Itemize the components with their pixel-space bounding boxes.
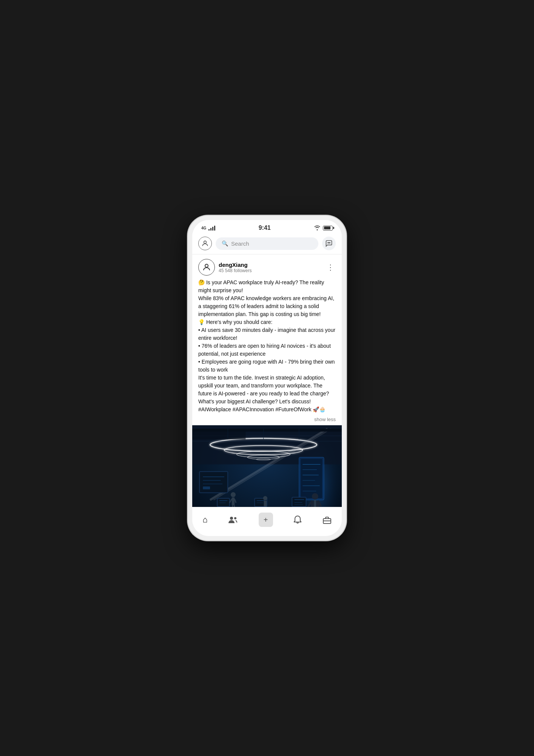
home-icon: ⌂ [202,515,207,525]
svg-rect-25 [203,486,210,490]
post-item: dengXiang 45 548 followers ⋮ 🤔 Is your A… [192,254,342,507]
svg-point-1 [328,243,329,243]
svg-point-4 [205,264,208,267]
svg-rect-54 [232,505,233,507]
svg-point-2 [329,243,329,243]
search-placeholder-text: Search [231,240,249,247]
svg-rect-55 [234,505,235,507]
bottom-navigation: ⌂ + [192,507,342,536]
signal-bar-3 [212,227,213,231]
svg-point-58 [312,493,318,500]
svg-rect-46 [293,498,306,506]
svg-point-71 [234,517,236,519]
post-more-button[interactable]: ⋮ [325,261,336,273]
add-button[interactable]: + [259,513,273,527]
user-icon [201,240,209,247]
feed: dengXiang 45 548 followers ⋮ 🤔 Is your A… [192,254,342,507]
messages-button[interactable] [322,237,336,250]
signal-bar-2 [210,228,211,231]
signal-bars [208,225,215,231]
svg-rect-57 [264,501,267,507]
people-icon [228,516,238,524]
message-icon [325,240,333,247]
post-body-text: 🤔 Is your APAC workplace truly AI-ready?… [192,279,342,416]
post-user-info: dengXiang 45 548 followers [219,262,252,273]
svg-rect-66 [192,429,245,439]
status-time: 9:41 [259,225,271,231]
battery-fill [324,226,331,229]
svg-rect-51 [232,497,235,505]
status-right [314,225,333,231]
signal-4g-label: 4G [201,226,206,230]
search-bar: 🔍 Search [192,234,342,254]
phone-frame: 4G 9:41 [188,215,346,541]
svg-point-50 [231,492,236,497]
svg-point-56 [263,496,267,500]
svg-point-70 [230,517,233,520]
wifi-icon [314,225,321,231]
signal-bar-1 [208,229,210,231]
battery-icon [323,226,333,231]
post-user: dengXiang 45 548 followers [198,259,252,276]
tech-office-illustration [192,425,342,507]
post-username[interactable]: dengXiang [219,262,252,268]
svg-rect-36 [218,499,229,506]
search-icon: 🔍 [222,240,228,246]
nav-briefcase[interactable] [316,514,338,525]
post-image [192,425,342,507]
plus-icon: + [264,516,268,524]
svg-rect-27 [301,459,323,498]
svg-point-0 [204,241,207,243]
nav-notifications[interactable] [287,514,308,526]
nav-people[interactable] [222,514,244,525]
status-bar: 4G 9:41 [192,220,342,234]
nav-home[interactable]: ⌂ [196,513,213,526]
search-avatar[interactable] [198,237,212,250]
signal-bar-4 [214,226,215,231]
phone-screen: 4G 9:41 [192,220,342,536]
post-header: dengXiang 45 548 followers ⋮ [192,254,342,279]
briefcase-icon [323,516,332,524]
status-left: 4G [201,225,215,231]
post-user-icon [202,263,211,272]
svg-rect-59 [314,500,316,507]
bell-icon [293,515,302,524]
show-less-button[interactable]: show less [192,416,342,425]
svg-point-3 [330,243,330,243]
nav-add[interactable]: + [253,511,279,528]
post-followers: 45 548 followers [219,268,252,273]
post-avatar[interactable] [198,259,215,276]
search-input[interactable]: 🔍 Search [216,237,318,250]
